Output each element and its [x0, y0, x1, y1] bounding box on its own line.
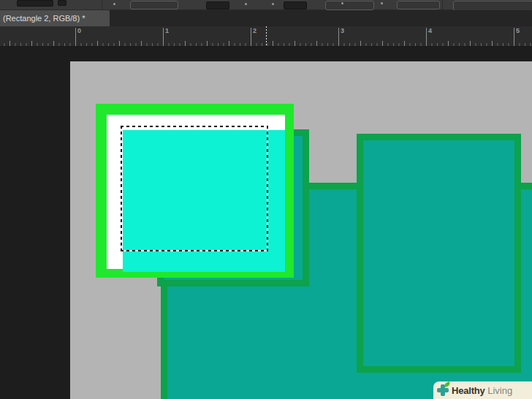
- photoshop-window: (Rectangle 2, RGB/8) * 012345 Healthy Li…: [0, 0, 532, 399]
- ruler-unit-label: 5: [516, 27, 520, 34]
- dropdown-dot[interactable]: [113, 3, 115, 5]
- teal-rectangle-right[interactable]: [357, 134, 521, 373]
- dropdown-dot[interactable]: [381, 2, 383, 4]
- watermark-badge: Healthy Living: [433, 381, 532, 399]
- ruler-major-tick: [338, 28, 339, 46]
- document-tab-bar: (Rectangle 2, RGB/8) *: [0, 10, 532, 26]
- separator: [442, 0, 443, 10]
- dropdown-dot[interactable]: [245, 3, 247, 5]
- ruler-unit-label: 1: [165, 27, 169, 34]
- ruler-major-tick: [514, 28, 514, 46]
- separator: [102, 0, 102, 10]
- option-button[interactable]: [397, 1, 440, 10]
- options-bar: [0, 0, 532, 10]
- dropdown-dot[interactable]: [272, 3, 274, 5]
- color-swatch-box[interactable]: [58, 0, 66, 6]
- option-button[interactable]: [325, 1, 374, 10]
- option-button[interactable]: [130, 1, 178, 10]
- tool-preset-field[interactable]: [17, 0, 53, 7]
- ruler-cursor-indicator: [266, 26, 267, 46]
- ruler-unit-label: 2: [253, 27, 256, 34]
- health-cross-leaf-icon: [436, 384, 449, 397]
- value-field[interactable]: [284, 1, 307, 10]
- ruler-unit-label: 4: [428, 27, 432, 34]
- ruler-major-tick: [163, 28, 164, 46]
- selection-marquee: [121, 126, 268, 251]
- dropdown-dot[interactable]: [341, 2, 343, 4]
- ruler-major-tick: [426, 28, 427, 46]
- ruler-major-tick: [75, 28, 76, 46]
- ruler-unit-label: 3: [341, 27, 344, 34]
- ruler[interactable]: 012345: [0, 26, 532, 47]
- value-field[interactable]: [206, 1, 229, 10]
- watermark-text: Healthy Living: [452, 385, 512, 396]
- option-button[interactable]: [453, 1, 532, 11]
- document-canvas[interactable]: [70, 61, 532, 399]
- ruler-unit-label: 0: [77, 27, 81, 34]
- ruler-major-tick: [251, 28, 251, 46]
- document-tab[interactable]: (Rectangle 2, RGB/8) *: [0, 10, 110, 26]
